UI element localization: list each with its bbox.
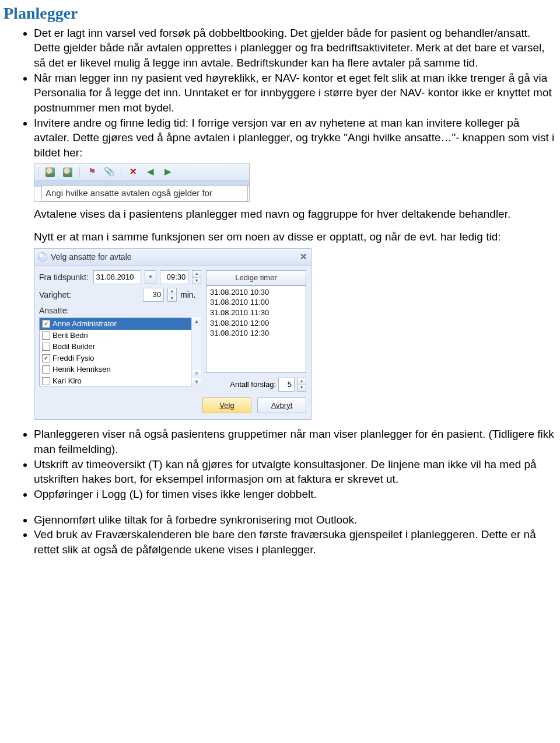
from-date-input[interactable]: 31.08.2010 [93, 270, 142, 284]
delete-icon[interactable]: ✕ [127, 166, 139, 178]
duration-label: Varighet: [39, 289, 90, 301]
time-slot[interactable]: 31.08.2010 11:30 [210, 308, 302, 318]
employee-row[interactable]: ✓Anne Administrator [40, 318, 191, 330]
employee-row[interactable]: Kari Kiro [40, 375, 191, 387]
flag-icon[interactable]: ⚑ [86, 166, 97, 178]
tooltip: Angi hvilke ansatte avtalen også gjelder… [41, 185, 248, 201]
screenshot-dialog: Velg ansatte for avtale ✕ Fra tidspunkt:… [34, 248, 312, 420]
list-item: Det er lagt inn varsel ved forsøk på dob… [34, 26, 556, 71]
close-icon[interactable]: ✕ [300, 251, 307, 263]
employee-row[interactable]: Bodil Builder [40, 341, 191, 353]
dialog-title-bar: Velg ansatte for avtale ✕ [34, 249, 311, 266]
paragraph: Nytt er at man i samme funksjonen ser om… [34, 229, 556, 245]
date-dropdown-icon[interactable]: ▼ [145, 270, 156, 284]
suggestions-label: Antall forslag: [230, 379, 276, 390]
attachment-icon[interactable]: 📎 [103, 166, 115, 178]
list-item: Ved bruk av Fraværskalenderen ble bare d… [34, 527, 556, 557]
scroll-up-icon[interactable]: ▲ [192, 318, 201, 326]
checkbox[interactable] [42, 343, 50, 351]
employee-name: Berit Bedri [52, 330, 88, 341]
time-slot[interactable]: 31.08.2010 10:30 [210, 287, 302, 298]
checkbox[interactable] [42, 377, 50, 385]
select-button[interactable]: Velg [202, 397, 251, 414]
employee-name: Freddi Fysio [52, 353, 94, 364]
suggestions-input[interactable]: 5 [278, 378, 295, 392]
screenshot-toolbar: ⚑ 📎 ✕ ◀ ▶ Angi hvilke ansatte avtalen og… [34, 163, 250, 202]
list-item: Gjennomført ulike tiltak for å forbedre … [34, 512, 556, 528]
next-icon[interactable]: ▶ [162, 166, 174, 178]
page-title: Planlegger [4, 2, 556, 25]
list-item: Utskrift av timeoversikt (T) kan nå gjør… [34, 457, 556, 487]
bullet-list-c: Gjennomført ulike tiltak for å forbedre … [4, 512, 556, 557]
from-label: Fra tidspunkt: [39, 272, 90, 283]
checkbox[interactable] [42, 365, 50, 374]
from-time-input[interactable]: 09:30 [160, 270, 188, 284]
duration-input[interactable]: 30 [143, 288, 164, 302]
bullet-list-a: Det er lagt inn varsel ved forsøk på dob… [4, 26, 556, 161]
employee-row[interactable]: Berit Bedri [40, 330, 191, 341]
time-spinner[interactable]: ▲▼ [192, 270, 201, 284]
scroll-handle-icon[interactable]: ≡ [192, 370, 201, 378]
checkbox[interactable]: ✓ [42, 320, 50, 328]
bullet-list-b: Planleggeren viser nå også pasientens gr… [4, 427, 556, 501]
employee-listbox[interactable]: ✓Anne AdministratorBerit BedriBodil Buil… [39, 318, 201, 386]
checkbox[interactable] [42, 332, 50, 340]
toolbar: ⚑ 📎 ✕ ◀ ▶ [34, 163, 249, 181]
prev-icon[interactable]: ◀ [145, 166, 156, 178]
paragraph: Avtalene vises da i pasientens planlegge… [34, 207, 556, 222]
assign-staff-icon[interactable] [44, 166, 56, 178]
checkbox[interactable]: ✓ [42, 354, 50, 362]
employee-row[interactable]: ✓Freddi Fysio [40, 353, 191, 364]
duration-spinner[interactable]: ▲▼ [167, 288, 177, 302]
list-item: Oppføringer i Logg (L) for timen vises i… [34, 487, 556, 502]
list-item: Planleggeren viser nå også pasientens gr… [34, 427, 556, 456]
suggestions-spinner[interactable]: ▲▼ [297, 378, 306, 392]
scroll-down-icon[interactable]: ▼ [192, 378, 201, 386]
list-item: Når man legger inn ny pasient ved høyrek… [34, 71, 556, 116]
separator [121, 167, 121, 177]
find-icon [38, 252, 47, 261]
scrollbar[interactable]: ▲ ≡ ▼ [191, 318, 201, 386]
separator [79, 167, 80, 177]
employee-name: Anne Administrator [52, 319, 117, 329]
time-slot[interactable]: 31.08.2010 12:00 [210, 318, 302, 329]
available-times-header[interactable]: Ledige timer [206, 270, 306, 285]
available-times-list[interactable]: 31.08.2010 10:3031.08.2010 11:0031.08.20… [206, 285, 306, 373]
assign-staff-alt-icon[interactable] [62, 166, 74, 178]
time-slot[interactable]: 31.08.2010 11:00 [210, 297, 302, 308]
employee-name: Henrik Henriksen [52, 364, 111, 375]
dialog-title: Velg ansatte for avtale [51, 252, 132, 263]
time-slot[interactable]: 31.08.2010 12:30 [210, 328, 302, 339]
employees-label: Ansatte: [39, 305, 90, 316]
duration-unit: min. [180, 289, 195, 301]
cancel-button[interactable]: Avbryt [257, 397, 306, 414]
separator [38, 167, 38, 177]
employee-row[interactable]: Henrik Henriksen [40, 364, 191, 375]
employee-name: Bodil Builder [52, 341, 95, 352]
employee-name: Kari Kiro [52, 376, 82, 386]
list-item: Invitere andre og finne ledig tid: I for… [34, 116, 556, 161]
